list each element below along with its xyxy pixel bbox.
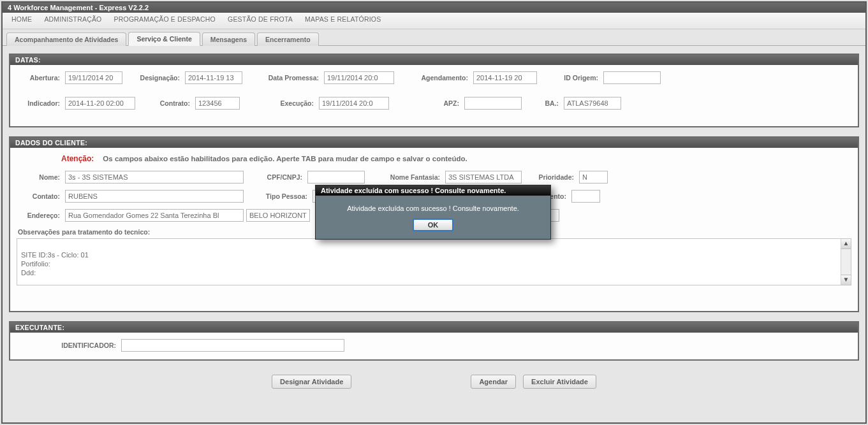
scroll-up-icon[interactable]: ▲ <box>841 239 851 249</box>
prioridade-label: Prioridade: <box>531 173 577 181</box>
datas-legend: DATAS: <box>15 56 41 64</box>
atencao-label: Atenção: <box>61 154 94 163</box>
agendamento-field[interactable] <box>473 71 537 84</box>
cidade-field[interactable] <box>246 209 310 222</box>
indicador-field[interactable] <box>65 97 135 110</box>
excluir-button[interactable]: Excluir Atividade <box>523 375 596 389</box>
fantasia-field[interactable] <box>445 171 522 184</box>
footer-buttons: Designar Atividade Agendar Excluir Ativi… <box>9 370 859 394</box>
cliente-legend: DADOS DO CLIENTE: <box>15 139 87 147</box>
abertura-label: Abertura: <box>17 74 63 82</box>
prioridade-field[interactable] <box>579 171 608 184</box>
designar-button[interactable]: Designar Atividade <box>272 375 351 389</box>
contato-label: Contato: <box>17 192 63 200</box>
atencao-hint: Os campos abaixo estão habilitados para … <box>103 155 467 162</box>
id-origem-label: ID Origem: <box>551 74 601 82</box>
nome-label: Nome: <box>17 173 63 181</box>
agendar-button[interactable]: Agendar <box>471 375 516 389</box>
section-executante: EXECUTANTE: IDENTIFICADOR: <box>9 321 859 361</box>
identificador-field[interactable] <box>121 339 344 352</box>
contrato-field[interactable] <box>195 97 240 110</box>
execucao-field[interactable] <box>319 97 389 110</box>
alert-message: Atividade excluída com sucesso ! Consult… <box>322 205 544 212</box>
obs-line-2: Portifolio: <box>21 259 838 268</box>
obs-line-1: SITE ID:3s - Ciclo: 01 <box>21 250 838 259</box>
alert-ok-button[interactable]: OK <box>413 219 454 231</box>
alert-title: Atividade excluída com sucesso ! Consult… <box>316 185 550 196</box>
fantasia-label: Nome Fantasia: <box>379 173 443 181</box>
window-title: 4 Workforce Management - Express V2.2.2 <box>3 3 865 13</box>
designacao-label: Designação: <box>133 74 182 82</box>
section-datas: DATAS: Abertura: Designação: Data Promes… <box>9 54 859 127</box>
designacao-field[interactable] <box>185 71 242 84</box>
nome-field[interactable] <box>65 171 244 184</box>
contato-field[interactable] <box>65 190 244 203</box>
subtabs: Acompanhamento de Atividades Serviço & C… <box>3 29 865 46</box>
data-promessa-label: Data Promessa: <box>259 74 321 82</box>
ba-label: BA.: <box>537 99 561 107</box>
cpf-label: CPF/CNPJ: <box>260 173 305 181</box>
menu-mapas[interactable]: MAPAS E RELATÓRIOS <box>305 15 381 23</box>
menu-home[interactable]: HOME <box>11 15 32 23</box>
endereco-field[interactable] <box>65 209 244 222</box>
identificador-label: IDENTIFICADOR: <box>17 342 119 349</box>
menu-admin[interactable]: ADMINISTRAÇÃO <box>44 15 101 23</box>
alert-dialog: Atividade excluída com sucesso ! Consult… <box>315 185 551 240</box>
segmento-field[interactable] <box>571 190 600 203</box>
id-origem-field[interactable] <box>603 71 661 84</box>
execucao-label: Execução: <box>273 99 316 107</box>
tab-servico-cliente[interactable]: Serviço & Cliente <box>128 32 200 46</box>
indicador-label: Indicador: <box>17 99 63 107</box>
main-menu: HOME ADMINISTRAÇÃO PROGRAMAÇÃO E DESPACH… <box>3 13 865 29</box>
tab-mensagens[interactable]: Mensagens <box>202 32 255 46</box>
executante-legend: EXECUTANTE: <box>15 324 64 331</box>
menu-frota[interactable]: GESTÃO DE FROTA <box>228 15 293 23</box>
obs-line-3: Ddd: <box>21 268 838 277</box>
apz-label: APZ: <box>439 99 462 107</box>
contrato-label: Contrato: <box>153 99 193 107</box>
tab-encerramento[interactable]: Encerramento <box>257 32 319 46</box>
observacoes-box[interactable]: SITE ID:3s - Ciclo: 01 Portifolio: Ddd: … <box>17 238 851 285</box>
tipo-pessoa-label: Tipo Pessoa: <box>260 192 310 200</box>
scroll-down-icon[interactable]: ▼ <box>841 275 851 285</box>
apz-field[interactable] <box>464 97 522 110</box>
endereco-label: Endereço: <box>17 212 63 219</box>
ba-field[interactable] <box>564 97 621 110</box>
data-promessa-field[interactable] <box>324 71 394 84</box>
cpf-field[interactable] <box>307 171 365 184</box>
menu-prog[interactable]: PROGRAMAÇÃO E DESPACHO <box>114 15 216 23</box>
agendamento-label: Agendamento: <box>411 74 471 82</box>
tab-acompanhamento[interactable]: Acompanhamento de Atividades <box>6 32 126 46</box>
obs-scrollbar[interactable]: ▲ ▼ <box>841 239 851 285</box>
abertura-field[interactable] <box>65 71 122 84</box>
